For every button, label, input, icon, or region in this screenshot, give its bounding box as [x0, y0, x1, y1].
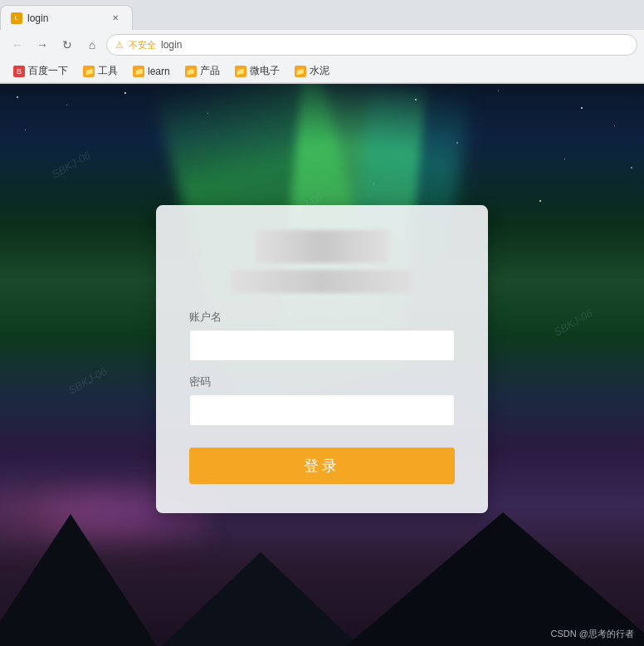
refresh-button[interactable]: ↻: [56, 34, 78, 56]
bookmark-micro[interactable]: 📁 微电子: [228, 62, 286, 81]
bookmark-tools-label: 工具: [98, 64, 118, 78]
bookmark-micro-label: 微电子: [250, 64, 280, 78]
bookmark-products-icon: 📁: [185, 66, 197, 77]
login-card: 账户名 密码 登录: [156, 205, 488, 513]
bookmark-cement-label: 水泥: [310, 64, 329, 78]
page-content: SBKJ-06 SBKJ-06 SBKJ-06 SBKJ-06 账户名 密码 登…: [0, 84, 644, 646]
bookmark-baidu[interactable]: B 百度一下: [7, 62, 75, 81]
tab-bar: L login ✕: [0, 0, 644, 30]
logo-image: [256, 230, 388, 263]
home-button[interactable]: ⌂: [81, 34, 103, 56]
url-display: login: [161, 39, 182, 51]
bookmark-products-label: 产品: [200, 64, 220, 78]
tab-favicon: L: [11, 12, 22, 24]
subtitle-image: [231, 270, 413, 293]
security-icon: ⚠: [115, 40, 124, 51]
browser-chrome: L login ✕ ← → ↻ ⌂ ⚠ 不安全 login B 百度一下 📁 工…: [0, 0, 644, 84]
logo-area: [189, 230, 455, 293]
mountains-layer: [0, 497, 644, 646]
tab-title: login: [27, 12, 104, 24]
bookmark-products[interactable]: 📁 产品: [178, 62, 227, 81]
tab-close-button[interactable]: ✕: [109, 12, 122, 25]
bookmark-tools[interactable]: 📁 工具: [76, 62, 124, 81]
forward-button[interactable]: →: [32, 34, 53, 56]
back-button[interactable]: ←: [7, 34, 28, 56]
bookmark-tools-icon: 📁: [83, 66, 95, 77]
password-input[interactable]: [189, 394, 455, 426]
mountain-right: [345, 497, 644, 646]
bookmark-learn-label: learn: [148, 66, 170, 77]
password-group: 密码: [189, 374, 455, 426]
bookmark-learn[interactable]: 📁 learn: [126, 62, 177, 81]
address-bar-row: ← → ↻ ⌂ ⚠ 不安全 login: [0, 30, 644, 60]
username-input[interactable]: [189, 330, 455, 361]
username-label: 账户名: [189, 310, 455, 325]
bookmark-learn-icon: 📁: [133, 66, 144, 77]
active-tab[interactable]: L login ✕: [0, 5, 133, 30]
password-label: 密码: [189, 374, 455, 389]
username-group: 账户名: [189, 310, 455, 361]
address-bar[interactable]: ⚠ 不安全 login: [106, 34, 637, 56]
bookmark-micro-icon: 📁: [235, 66, 246, 77]
bookmark-baidu-label: 百度一下: [28, 64, 68, 78]
bookmarks-bar: B 百度一下 📁 工具 📁 learn 📁 产品 📁 微电子 📁 水泥: [0, 60, 644, 83]
security-text: 不安全: [129, 39, 156, 51]
bookmark-baidu-icon: B: [13, 66, 25, 77]
bookmark-cement-icon: 📁: [295, 66, 306, 77]
bookmark-cement[interactable]: 📁 水泥: [288, 62, 336, 81]
csdn-watermark: CSDN @思考的行者: [551, 628, 634, 640]
login-button[interactable]: 登录: [189, 448, 455, 484]
